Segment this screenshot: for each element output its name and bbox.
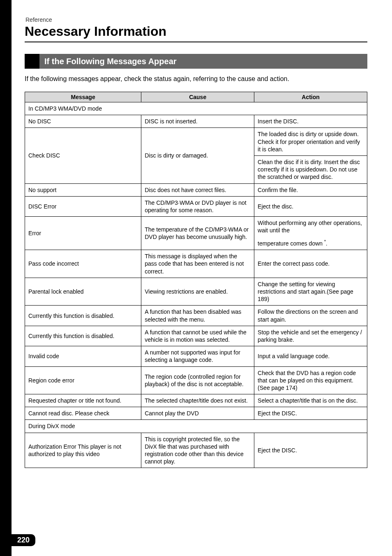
page-title: Necessary Information [25, 24, 367, 42]
cell-message: Invalid code [25, 346, 141, 366]
cell-cause: The selected chapter/title does not exis… [141, 394, 254, 407]
table-row: Cannot read disc. Please check Cannot pl… [25, 407, 367, 420]
cell-message: No support [25, 183, 141, 196]
section-intro-text: If the following messages appear, check … [25, 75, 367, 83]
cell-cause: Cannot play the DVD [141, 407, 254, 420]
cell-action: Confirm the file. [254, 183, 367, 196]
cell-message: DISC Error [25, 196, 141, 216]
table-row: Check DISC Disc is dirty or damaged. The… [25, 128, 367, 156]
messages-table: Message Cause Action In CD/MP3 WMA/DVD m… [25, 92, 367, 468]
table-header-row: Message Cause Action [25, 92, 367, 102]
cell-cause: The CD/MP3·WMA or DVD player is not oper… [141, 196, 254, 216]
cell-cause: A function that has been disabled was se… [141, 306, 254, 326]
mode-row-text: During DivX mode [25, 420, 367, 433]
reference-label: Reference [25, 16, 367, 23]
cell-message: Parental lock enabled [25, 278, 141, 306]
cell-action: Insert the DISC. [254, 115, 367, 128]
action-text-part: temperature comes down [258, 240, 324, 247]
cell-cause: A number not supported was input for sel… [141, 346, 254, 366]
section-accent-block [25, 54, 39, 69]
table-row: Requested chapter or title not found. Th… [25, 394, 367, 407]
mode-row-text: In CD/MP3 WMA/DVD mode [25, 102, 367, 115]
cell-action: Input a valid language code. [254, 346, 367, 366]
cell-action: temperature comes down *. [254, 236, 367, 250]
cell-cause: DISC is not inserted. [141, 115, 254, 128]
cell-cause: Disc is dirty or damaged. [141, 128, 254, 183]
cell-action: Clean the disc if it is dirty. Insert th… [254, 155, 367, 183]
section-header-bar: If the Following Messages Appear [25, 54, 367, 69]
cell-action: Eject the disc. [254, 196, 367, 216]
cell-action: Enter the correct pass code. [254, 250, 367, 278]
cell-action: Eject the DISC. [254, 433, 367, 468]
cell-message: Check DISC [25, 128, 141, 183]
table-row: Parental lock enabled Viewing restrictio… [25, 278, 367, 306]
cell-message: No DISC [25, 115, 141, 128]
cell-cause: This is copyright protected file, so the… [141, 433, 254, 468]
cell-action: The loaded disc is dirty or upside down.… [254, 128, 367, 156]
cell-cause: Disc does not have correct files. [141, 183, 254, 196]
cell-action: Change the setting for viewing restricti… [254, 278, 367, 306]
cell-message: Currently this function is disabled. [25, 306, 141, 326]
cell-message: Pass code incorrect [25, 250, 141, 278]
action-text-suffix: . [326, 240, 327, 247]
table-row: Pass code incorrect This message is disp… [25, 250, 367, 278]
table-row: Invalid code A number not supported was … [25, 346, 367, 366]
cell-message: Error [25, 217, 141, 250]
table-row: Authorization Error This player is not a… [25, 433, 367, 468]
mode-row: During DivX mode [25, 420, 367, 433]
page-container: Reference Necessary Information If the F… [0, 0, 392, 484]
cell-action: Select a chapter/title that is on the di… [254, 394, 367, 407]
table-row: Error The temperature of the CD/MP3·WMA … [25, 217, 367, 237]
mode-row: In CD/MP3 WMA/DVD mode [25, 102, 367, 115]
table-row: No support Disc does not have correct fi… [25, 183, 367, 196]
cell-cause: This message is displayed when the pass … [141, 250, 254, 278]
cell-action: Without performing any other operations,… [254, 217, 367, 237]
table-row: Region code error The region code (contr… [25, 366, 367, 394]
cell-message: Region code error [25, 366, 141, 394]
col-header-cause: Cause [141, 92, 254, 102]
cell-action: Follow the directions on the screen and … [254, 306, 367, 326]
table-row: DISC Error The CD/MP3·WMA or DVD player … [25, 196, 367, 216]
cell-action: Stop the vehicle and set the emergency /… [254, 326, 367, 346]
col-header-action: Action [254, 92, 367, 102]
cell-message: Requested chapter or title not found. [25, 394, 141, 407]
cell-cause: A function that cannot be used while the… [141, 326, 254, 346]
table-row: Currently this function is disabled. A f… [25, 306, 367, 326]
cell-message: Currently this function is disabled. [25, 326, 141, 346]
col-header-message: Message [25, 92, 141, 102]
cell-action: Eject the DISC. [254, 407, 367, 420]
cell-message: Authorization Error This player is not a… [25, 433, 141, 468]
cell-action: Check that the DVD has a region code tha… [254, 366, 367, 394]
cell-cause: The temperature of the CD/MP3·WMA or DVD… [141, 217, 254, 250]
cell-cause: The region code (controlled region for p… [141, 366, 254, 394]
cell-cause: Viewing restrictions are enabled. [141, 278, 254, 306]
table-row: Currently this function is disabled. A f… [25, 326, 367, 346]
section-title: If the Following Messages Appear [39, 54, 177, 69]
table-row: No DISC DISC is not inserted. Insert the… [25, 115, 367, 128]
cell-message: Cannot read disc. Please check [25, 407, 141, 420]
